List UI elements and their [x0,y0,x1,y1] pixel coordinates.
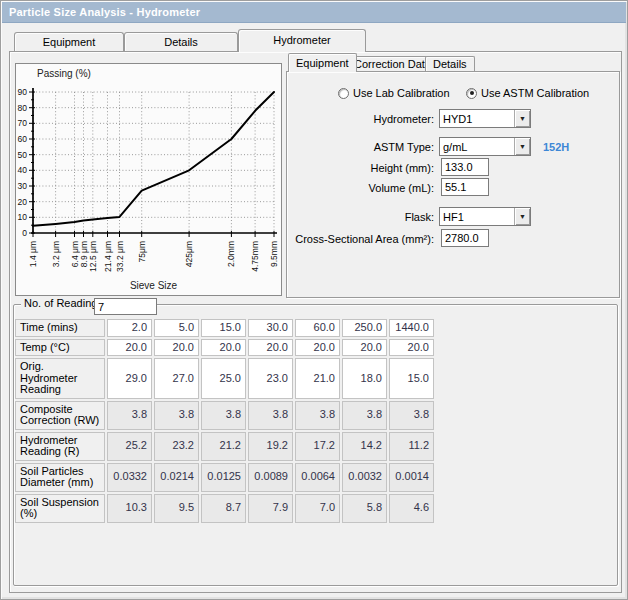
chevron-down-icon[interactable]: ▼ [514,138,530,155]
chevron-down-icon[interactable]: ▼ [514,110,530,127]
svg-text:1.4 μm: 1.4 μm [28,241,38,267]
row-label: Time (mins) [15,319,105,337]
table-cell[interactable]: 20.0 [248,339,293,357]
table-cell[interactable]: 250.0 [342,319,387,337]
table-cell[interactable]: 1440.0 [389,319,434,337]
table-cell: 0.0332 [107,463,152,492]
particle-size-chart: 01020304050607080901.4 μm3.2 μm6.4 μm8.9… [15,63,282,296]
radio-use-lab-calibration[interactable]: Use Lab Calibration [338,87,450,99]
row-label: Composite Correction (RW) [15,401,105,430]
chevron-down-icon[interactable]: ▼ [514,208,530,225]
svg-text:75μm: 75μm [137,241,147,262]
dialog-window: Particle Size Analysis - Hydrometer Equi… [0,0,628,600]
svg-text:90: 90 [18,87,28,97]
hydrometer-label: Hydrometer: [373,113,434,125]
table-row: Soil Suspension (%)10.39.58.77.97.05.84.… [15,494,434,523]
tab-equipment-label: Equipment [15,33,123,48]
table-cell[interactable]: 5.0 [154,319,199,337]
subtab-equipment[interactable]: Equipment [288,53,357,72]
subtab-correction-data-label: Correction Data [354,57,431,70]
row-label: Soil Particles Diameter (mm) [15,463,105,492]
svg-text:Sieve Size: Sieve Size [130,280,178,291]
table-cell: 0.0089 [248,463,293,492]
table-row: Hydrometer Reading (R)25.223.221.219.217… [15,432,434,461]
tab-details-label: Details [125,33,237,48]
readings-table: Time (mins)2.05.015.030.060.0250.01440.0… [13,317,436,525]
title-bar: Particle Size Analysis - Hydrometer [2,2,626,23]
table-cell[interactable]: 20.0 [154,339,199,357]
row-label: Hydrometer Reading (R) [15,432,105,461]
window-title: Particle Size Analysis - Hydrometer [9,6,200,18]
table-cell: 25.2 [107,432,152,461]
height-label: Height (mm): [370,162,434,174]
svg-text:70: 70 [18,118,28,128]
table-cell: 4.6 [389,494,434,523]
table-cell: 17.2 [295,432,340,461]
radio-lab-label: Use Lab Calibration [353,87,450,99]
svg-text:60: 60 [18,134,28,144]
subtab-details-label: Details [433,57,467,70]
cross-sectional-area-label: Cross-Sectional Area (mm²): [295,233,434,245]
radio-lab-icon[interactable] [338,88,349,99]
table-cell: 7.0 [295,494,340,523]
astm-type-label: ASTM Type: [374,141,434,153]
table-cell[interactable]: 15.0 [389,358,434,399]
table-cell[interactable]: 20.0 [201,339,246,357]
svg-text:12.5 μm: 12.5 μm [88,241,98,272]
tab-equipment[interactable]: Equipment [14,32,124,51]
table-cell[interactable]: 20.0 [295,339,340,357]
radio-use-astm-calibration[interactable]: Use ASTM Calibration [466,87,589,99]
table-cell[interactable]: 20.0 [342,339,387,357]
table-cell: 9.5 [154,494,199,523]
svg-text:4.75mm: 4.75mm [250,241,260,272]
passing-curve-svg: 01020304050607080901.4 μm3.2 μm6.4 μm8.9… [16,64,281,295]
tab-details[interactable]: Details [124,32,238,51]
volume-input[interactable] [441,178,489,196]
table-cell: 7.9 [248,494,293,523]
table-cell[interactable]: 20.0 [107,339,152,357]
flask-label: Flask: [405,211,434,223]
table-cell[interactable]: 60.0 [295,319,340,337]
table-cell[interactable]: 27.0 [154,358,199,399]
table-cell: 11.2 [389,432,434,461]
table-row: Composite Correction (RW)3.83.83.83.83.8… [15,401,434,430]
no-of-readings-input[interactable] [94,298,157,315]
table-cell[interactable]: 29.0 [107,358,152,399]
table-cell[interactable]: 21.0 [295,358,340,399]
table-cell: 0.0214 [154,463,199,492]
subtab-details[interactable]: Details [425,56,475,72]
radio-astm-label: Use ASTM Calibration [481,87,589,99]
svg-text:21.4 μm: 21.4 μm [103,241,113,272]
flask-select[interactable]: HF1 ▼ [439,207,531,226]
table-cell[interactable]: 25.0 [201,358,246,399]
table-cell: 0.0064 [295,463,340,492]
svg-text:33.2 μm: 33.2 μm [115,241,125,272]
table-cell: 5.8 [342,494,387,523]
row-label: Temp (°C) [15,339,105,357]
table-cell[interactable]: 20.0 [389,339,434,357]
table-cell: 3.8 [342,401,387,430]
table-cell: 0.0032 [342,463,387,492]
tab-hydrometer[interactable]: Hydrometer [238,29,366,52]
table-cell: 0.0125 [201,463,246,492]
table-cell: 3.8 [154,401,199,430]
table-cell[interactable]: 15.0 [201,319,246,337]
table-cell[interactable]: 30.0 [248,319,293,337]
row-label: Orig. Hydrometer Reading [15,358,105,399]
radio-astm-icon[interactable] [466,88,477,99]
hydrometer-select[interactable]: HYD1 ▼ [439,109,531,128]
table-cell[interactable]: 23.0 [248,358,293,399]
height-input[interactable] [441,158,489,176]
table-row: Temp (°C)20.020.020.020.020.020.020.0 [15,339,434,357]
astm-type-select[interactable]: g/mL ▼ [439,137,531,156]
cross-sectional-area-input[interactable] [441,229,489,247]
table-cell: 3.8 [107,401,152,430]
table-cell[interactable]: 2.0 [107,319,152,337]
volume-label: Volume (mL): [369,182,434,194]
svg-text:30: 30 [18,181,28,191]
table-cell: 10.3 [107,494,152,523]
table-row: Orig. Hydrometer Reading29.027.025.023.0… [15,358,434,399]
hydrometer-value: HYD1 [440,113,514,125]
svg-text:50: 50 [18,150,28,160]
table-cell[interactable]: 18.0 [342,358,387,399]
